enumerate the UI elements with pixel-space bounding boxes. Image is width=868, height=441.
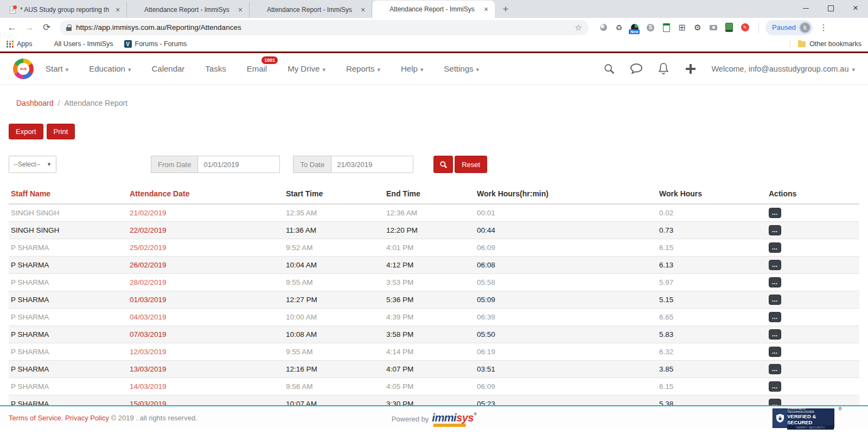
lock-icon <box>66 24 72 31</box>
back-icon[interactable]: ← <box>4 20 20 35</box>
menu-tasks[interactable]: Tasks <box>205 64 226 73</box>
extension-circle-icon[interactable] <box>598 23 608 33</box>
attendance-date-cell[interactable]: 14/03/2019 <box>127 378 284 395</box>
tab-close-icon[interactable] <box>359 5 367 14</box>
extension-spreadsheet-icon[interactable] <box>661 23 671 33</box>
from-date-input[interactable] <box>197 156 280 173</box>
menu-reports[interactable]: Reports <box>346 64 380 73</box>
search-icon <box>439 161 448 169</box>
avatar[interactable]: k <box>799 22 811 34</box>
browser-menu-icon[interactable] <box>819 22 828 33</box>
search-icon[interactable] <box>603 62 616 75</box>
bookmark-all-users-immisys[interactable]: All Users - ImmiSys <box>43 40 113 48</box>
extension-lightshot-icon[interactable] <box>740 23 750 33</box>
close-window-icon[interactable] <box>843 0 868 16</box>
row-actions-button[interactable] <box>769 260 781 270</box>
extension-recycle-icon[interactable] <box>614 23 624 33</box>
menu-settings[interactable]: Settings <box>444 64 479 73</box>
attendance-date-cell[interactable]: 28/02/2019 <box>127 273 284 291</box>
attendance-date-cell[interactable]: 13/03/2019 <box>127 360 284 378</box>
row-actions-button[interactable] <box>769 381 781 392</box>
other-bookmarks-button[interactable]: Other bookmarks <box>790 40 861 48</box>
add-plus-icon[interactable] <box>684 62 697 75</box>
seal-verify-link[interactable]: VERIFY SECURITY <box>787 425 834 430</box>
attendance-date-cell[interactable]: 04/03/2019 <box>127 308 284 325</box>
attendance-date-cell[interactable]: 21/02/2019 <box>127 204 284 221</box>
profile-chip[interactable]: Paused k <box>765 20 813 35</box>
bookmark-forums[interactable]: V Forums - Forums <box>124 40 187 48</box>
attendance-date-cell[interactable]: 12/03/2019 <box>127 343 284 360</box>
menu-calendar[interactable]: Calendar <box>151 64 184 73</box>
tab-close-icon[interactable] <box>482 5 490 14</box>
bookmark-label: All Users - ImmiSys <box>54 40 113 48</box>
new-tab-button[interactable] <box>498 2 513 17</box>
browser-tab[interactable]: Attendance Report - ImmiSys <box>127 2 250 18</box>
column-header-staff-name[interactable]: Staff Name <box>9 185 127 204</box>
other-bookmarks-label: Other bookmarks <box>809 40 861 48</box>
bookmark-apps[interactable]: Apps <box>7 40 33 48</box>
start-time-cell: 10:04 AM <box>284 256 384 273</box>
row-actions-button[interactable] <box>769 364 781 374</box>
privacy-policy-link[interactable]: Privacy Policy <box>65 414 109 422</box>
browser-tab-active[interactable]: Attendance Report - ImmiSys <box>372 1 495 18</box>
attendance-date-cell[interactable]: 01/03/2019 <box>127 291 284 308</box>
print-button[interactable]: Print <box>47 124 75 139</box>
notifications-bell-icon[interactable] <box>657 62 670 75</box>
search-submit-button[interactable] <box>433 156 453 173</box>
attendance-date-cell[interactable]: 25/02/2019 <box>127 239 284 256</box>
minimize-icon[interactable] <box>793 0 818 16</box>
menu-email[interactable]: Email1001 <box>247 64 267 73</box>
bookmark-star-icon[interactable] <box>575 23 582 33</box>
row-actions-button[interactable] <box>769 225 781 235</box>
column-header-attendance-date[interactable]: Attendance Date <box>127 185 284 204</box>
aus-study-group-logo[interactable]: AUS <box>13 59 34 79</box>
extension-gear-icon[interactable] <box>693 23 703 33</box>
row-actions-button[interactable] <box>769 347 781 357</box>
staff-select-dropdown[interactable]: --Select-- ▼ <box>9 156 56 173</box>
end-time-cell: 12:36 AM <box>384 204 475 221</box>
extension-phone-icon[interactable] <box>724 23 734 33</box>
attendance-date-cell[interactable]: 22/02/2019 <box>127 221 284 239</box>
row-actions-button[interactable] <box>769 295 781 305</box>
verified-secured-seal[interactable]: STARFIELD TECHNOLOGIES VERIFIED & SECURE… <box>773 408 834 428</box>
actions-cell <box>767 378 859 395</box>
extension-grid-icon[interactable] <box>677 23 687 33</box>
powered-by-label: Powered by <box>392 415 429 423</box>
extension-speed-gauge-icon[interactable]: New <box>630 23 640 33</box>
menu-education[interactable]: Education <box>89 64 131 73</box>
chat-icon[interactable] <box>630 62 643 75</box>
reload-icon[interactable]: ⟳ <box>39 20 54 35</box>
ellipsis-icon <box>772 209 777 217</box>
ellipsis-icon <box>772 226 777 234</box>
menu-start[interactable]: Start <box>46 64 68 73</box>
tab-close-icon[interactable] <box>113 5 122 14</box>
row-actions-button[interactable] <box>769 242 781 253</box>
attendance-date-cell[interactable]: 26/02/2019 <box>127 256 284 273</box>
welcome-account-menu[interactable]: Welcome, info@ausstudygroup.com.au <box>711 65 855 73</box>
address-bar[interactable]: https://app.immisys.com.au/Reporting/Att… <box>60 20 589 35</box>
tab-close-icon[interactable] <box>236 5 245 14</box>
forward-icon[interactable]: → <box>22 20 37 35</box>
extension-camera-icon[interactable] <box>709 23 718 33</box>
ellipsis-icon <box>772 296 777 304</box>
reset-button[interactable]: Reset <box>455 156 487 173</box>
to-date-input[interactable] <box>331 156 413 173</box>
maximize-icon[interactable] <box>818 0 843 16</box>
extension-skype-icon[interactable] <box>646 23 655 33</box>
breadcrumb-dashboard-link[interactable]: Dashboard <box>16 99 54 107</box>
row-actions-button[interactable] <box>769 312 781 322</box>
browser-tab[interactable]: * AUS Study group reporting tha <box>4 2 127 18</box>
row-actions-button[interactable] <box>769 329 781 340</box>
row-actions-button[interactable] <box>769 277 781 287</box>
row-actions-button[interactable] <box>769 208 781 218</box>
url-text[interactable]: https://app.immisys.com.au/Reporting/Att… <box>76 23 571 31</box>
export-button[interactable]: Export <box>9 124 43 139</box>
terms-of-service-link[interactable]: Terms of Service. <box>9 414 63 422</box>
menu-help[interactable]: Help <box>401 64 423 73</box>
chevron-down-icon <box>377 64 380 73</box>
staff-name-cell: P SHARMA <box>9 256 127 273</box>
browser-tab[interactable]: Attendance Report - ImmiSys <box>250 2 372 18</box>
menu-my-drive[interactable]: My Drive <box>288 64 326 73</box>
work-hours-hrmin-cell: 06:19 <box>475 343 657 360</box>
attendance-date-cell[interactable]: 07/03/2019 <box>127 325 284 343</box>
